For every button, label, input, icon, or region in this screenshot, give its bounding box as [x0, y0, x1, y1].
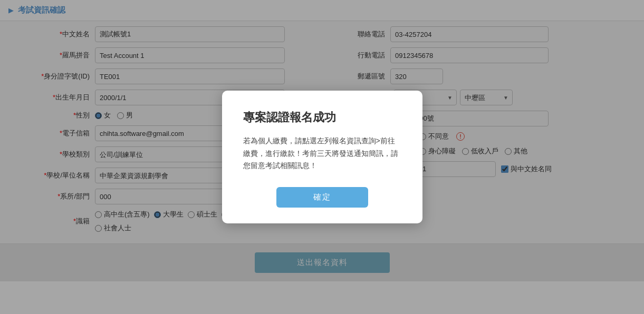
modal-btn-row: 確定 — [243, 187, 401, 208]
modal-confirm-button[interactable]: 確定 — [276, 187, 368, 208]
modal-title: 專案認證報名成功 — [243, 110, 401, 125]
page-wrapper: ▶ 考試資訊確認 *中文姓名 *羅馬拼音 *身分證字號(ID) — [0, 0, 644, 314]
modal-overlay: 專案認證報名成功 若為個人繳費，請點選左列報名資訊查詢>前往繳費，進行繳款！考前… — [0, 0, 644, 314]
modal-body: 若為個人繳費，請點選左列報名資訊查詢>前往繳費，進行繳款！考前三天將發送通知簡訊… — [243, 135, 401, 172]
modal-box: 專案認證報名成功 若為個人繳費，請點選左列報名資訊查詢>前往繳費，進行繳款！考前… — [222, 91, 422, 223]
